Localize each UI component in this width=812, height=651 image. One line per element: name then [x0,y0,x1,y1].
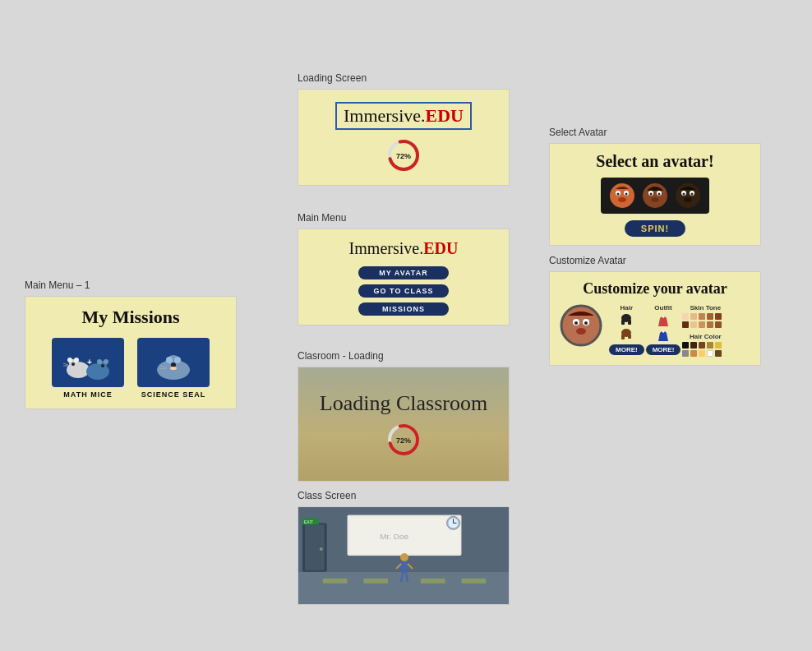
hair-color-5[interactable] [715,342,722,349]
missions-button[interactable]: MISSIONS [358,302,449,316]
svg-point-61 [650,193,653,196]
main-menu-logo-text: Immersive. [349,239,424,257]
svg-point-20 [170,367,177,370]
svg-text:+: + [87,358,92,367]
my-missions-title: My Missions [35,307,226,328]
svg-point-11 [104,359,108,364]
loading-screen-label: Loading Screen [298,72,510,84]
svg-rect-77 [621,320,625,325]
skin-swatch-7[interactable] [690,321,697,328]
svg-text:Mr. Doe: Mr. Doe [380,532,408,541]
hair-column: Hair MORE! [609,304,644,357]
hair-color-9[interactable] [707,350,713,357]
skin-swatch-2[interactable] [690,313,697,320]
science-seal-image [137,338,210,387]
classroom-scene-svg: Mr. Doe EXIT [298,506,509,605]
avatar-preview [560,304,602,347]
skin-swatch-1[interactable] [682,313,689,320]
svg-rect-81 [628,335,631,339]
main-menu-1-label: Main Menu – 1 [25,279,237,291]
skin-swatch-8[interactable] [699,321,705,328]
outfit-option-1[interactable] [657,313,670,326]
hair-color-swatches [682,342,728,357]
mission-science-seal[interactable]: SCIENCE SEAL [137,338,210,399]
skin-swatch-4[interactable] [707,313,713,320]
classroom-progress-circle: 72% [386,422,421,457]
missions-row: + MATH MICE [35,338,226,399]
skin-swatch-10[interactable] [715,321,722,328]
skin-tone-column: Skin Tone Hair Color [682,304,728,357]
progress-text: 72% [396,152,411,160]
svg-point-10 [97,359,102,364]
math-mice-image: + [52,338,124,387]
svg-rect-39 [401,561,408,573]
svg-point-62 [658,193,661,196]
avatar-row [601,178,709,214]
avatar-1[interactable] [609,182,635,209]
customize-title: Customize your avatar [560,280,750,298]
hair-color-label: Hair Color [690,333,722,340]
main-menu-1-section: Main Menu – 1 My Missions [25,279,237,409]
svg-point-3 [67,358,72,362]
outfit-column: Outfit MORE! [646,304,681,357]
customize-avatar-label: Customize Avatar [549,255,761,266]
svg-rect-45 [363,579,388,584]
main-menu-1-card: My Missions [25,296,237,409]
skin-swatch-9[interactable] [707,321,713,328]
svg-point-67 [683,193,685,196]
svg-point-18 [174,357,181,363]
logo-text: Immersive. [344,105,426,126]
class-screen-section: Class Screen Mr. Doe EXIT [298,490,510,605]
hair-more-button[interactable]: MORE! [609,344,644,355]
classroom-loading-section: Clasroom - Loading Loading Classroom 72% [298,350,510,482]
main-menu-logo-edu: EDU [423,239,458,257]
customize-avatar-section: Customize Avatar Customize your avatar H… [549,255,761,366]
svg-point-38 [400,553,408,561]
hair-color-10[interactable] [715,350,722,357]
hair-color-3[interactable] [699,342,705,349]
svg-rect-80 [621,335,625,339]
skin-swatch-5[interactable] [715,313,722,320]
hair-color-2[interactable] [690,342,697,349]
main-menu-section: Main Menu Immersive.EDU MY AVATAR GO TO … [298,212,510,326]
math-mice-label: MATH MICE [63,390,112,399]
loading-progress-circle: 72% [386,138,421,173]
hair-option-1[interactable] [620,313,633,326]
svg-point-5 [72,362,75,366]
select-avatar-title: Select an avatar! [596,152,713,171]
avatar-2[interactable] [642,182,668,209]
my-avatar-button[interactable]: MY AVATAR [358,266,449,279]
outfit-more-button[interactable]: MORE! [646,344,681,355]
svg-point-17 [166,357,173,363]
go-to-class-button[interactable]: GO TO CLASS [358,284,449,298]
classroom-loading-card: Loading Classroom 72% [298,367,510,482]
svg-text:EXIT: EXIT [304,520,313,524]
class-screen-card: Mr. Doe EXIT [298,506,510,605]
options-columns: Hair MORE! Outfit [609,304,728,357]
hair-color-4[interactable] [707,342,713,349]
svg-rect-46 [421,579,445,584]
customize-body: Hair MORE! Outfit [560,304,750,357]
immersive-logo: Immersive.EDU [335,102,472,130]
mission-math-mice[interactable]: + MATH MICE [52,338,124,399]
science-seal-svg [141,340,206,385]
outfit-option-2[interactable] [657,328,670,341]
svg-point-75 [576,328,586,335]
avatar-3[interactable] [675,182,701,209]
svg-point-55 [617,193,620,196]
hair-color-1[interactable] [682,342,689,349]
loading-screen-card: Immersive.EDU 72% [298,89,510,186]
hair-color-7[interactable] [690,350,697,357]
skin-swatch-3[interactable] [699,313,705,320]
hair-color-6[interactable] [682,350,689,357]
svg-point-4 [74,358,79,362]
skin-swatch-6[interactable] [682,321,689,328]
math-mice-svg: + [55,340,121,385]
hair-option-2[interactable] [620,328,633,341]
spin-button[interactable]: SPIN! [625,220,685,237]
svg-point-12 [101,364,104,367]
hair-color-8[interactable] [699,350,705,357]
main-menu-label: Main Menu [298,212,510,224]
svg-point-57 [618,197,626,202]
svg-point-56 [625,193,628,196]
